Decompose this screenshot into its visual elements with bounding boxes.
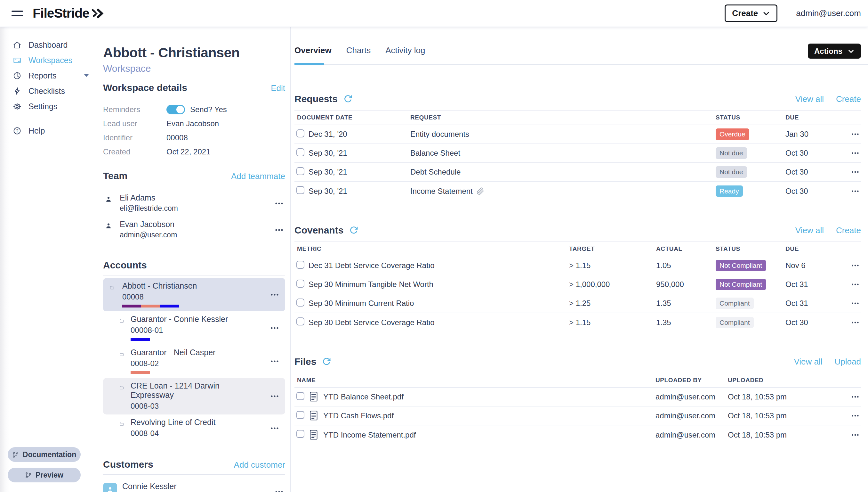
workspace-details-section: Workspace details Edit Reminders Send? Y… xyxy=(103,82,285,159)
sidebar-item-dashboard[interactable]: Dashboard xyxy=(0,37,96,52)
requests-section: Requests View all Create DOCUMENT DATE R… xyxy=(294,94,861,200)
files-section: Files View all Upload NAME UPLOADED BY U… xyxy=(294,356,861,444)
sidebar-item-reports[interactable]: Reports xyxy=(0,68,96,83)
tab-charts[interactable]: Charts xyxy=(346,46,371,55)
create-button[interactable]: Create xyxy=(725,4,778,22)
row-checkbox[interactable] xyxy=(296,430,305,438)
row-checkbox[interactable] xyxy=(296,317,305,325)
file-name[interactable]: YTD Income Statement.pdf xyxy=(323,430,656,440)
detail-label: Identifier xyxy=(103,133,166,142)
account-item[interactable]: CRE Loan - 1214 Darwin Expressway 0008-0… xyxy=(103,378,285,415)
refresh-icon[interactable] xyxy=(322,357,331,366)
covenant-row: Sep 30 Minimum Current Ratio > 1.25 1.35… xyxy=(294,294,861,313)
sidebar-item-settings[interactable]: Settings xyxy=(0,99,96,114)
account-item[interactable]: Abbott - Christiansen 00008 xyxy=(103,278,285,311)
row-checkbox[interactable] xyxy=(296,280,305,288)
section-heading: Customers xyxy=(103,459,153,470)
row-checkbox[interactable] xyxy=(296,392,305,400)
row-menu-button[interactable] xyxy=(848,302,861,304)
paperclip-icon[interactable] xyxy=(477,188,484,195)
request-row: Sep 30, '21 Balance Sheet Not due Oct 30 xyxy=(294,144,861,163)
row-checkbox[interactable] xyxy=(296,129,305,138)
refresh-icon[interactable] xyxy=(343,95,352,103)
document-date: Sep 30, '21 xyxy=(309,149,410,157)
reminders-toggle[interactable] xyxy=(166,105,185,114)
column-header: UPLOADED BY xyxy=(656,377,728,384)
row-menu-button[interactable] xyxy=(848,133,861,136)
row-menu-button[interactable] xyxy=(273,487,285,492)
view-all-link[interactable]: View all xyxy=(794,357,822,367)
row-menu-button[interactable] xyxy=(848,396,861,398)
main-content: Overview Charts Activity log Actions Req… xyxy=(291,27,868,492)
row-menu-button[interactable] xyxy=(268,391,281,401)
row-checkbox[interactable] xyxy=(296,298,305,306)
files-table: NAME UPLOADED BY UPLOADED YTD Balance Sh… xyxy=(294,373,861,444)
request-row: Sep 30, '21 Debt Schedule Not due Oct 30 xyxy=(294,163,861,181)
request-name[interactable]: Debt Schedule xyxy=(410,168,716,176)
view-all-link[interactable]: View all xyxy=(795,225,824,236)
add-customer-link[interactable]: Add customer xyxy=(234,460,285,470)
uploaded-by: admin@user.com xyxy=(656,392,728,401)
upload-link[interactable]: Upload xyxy=(835,357,861,367)
documentation-button[interactable]: Documentation xyxy=(8,447,81,462)
request-name[interactable]: Income Statement xyxy=(410,187,473,196)
pie-chart-icon xyxy=(13,71,22,80)
sidebar-item-help[interactable]: ? Help xyxy=(0,123,96,139)
row-checkbox[interactable] xyxy=(296,186,305,194)
refresh-icon[interactable] xyxy=(349,226,358,235)
account-item[interactable]: Guarantor - Connie Kessler 00008-01 xyxy=(103,311,285,345)
row-checkbox[interactable] xyxy=(296,167,305,175)
account-item[interactable]: Guarantor - Neil Casper 0008-02 xyxy=(103,345,285,378)
row-menu-button[interactable] xyxy=(848,283,861,286)
account-item[interactable]: Revolving Line of Credit 0008-04 xyxy=(103,415,285,442)
create-link[interactable]: Create xyxy=(836,94,861,104)
actions-button[interactable]: Actions xyxy=(808,44,861,58)
row-menu-button[interactable] xyxy=(273,198,285,208)
member-email: admin@user.com xyxy=(120,230,177,239)
preview-button[interactable]: Preview xyxy=(8,468,81,483)
sidebar-item-checklists[interactable]: Checklists xyxy=(0,83,96,99)
page-title: Abbott - Christiansen xyxy=(103,45,285,60)
accounts-section: Accounts Abbott - Christiansen 00008 xyxy=(103,260,285,442)
row-checkbox[interactable] xyxy=(296,411,305,419)
row-menu-button[interactable] xyxy=(268,423,281,433)
row-menu-button[interactable] xyxy=(848,415,861,417)
row-menu-button[interactable] xyxy=(848,152,861,154)
due-date: Oct 30 xyxy=(785,318,848,327)
sidebar-item-workspaces[interactable]: Workspaces xyxy=(0,52,96,68)
metric-name[interactable]: Sep 30 Debt Service Coverage Ratio xyxy=(309,318,569,327)
menu-icon[interactable] xyxy=(11,10,23,16)
create-link[interactable]: Create xyxy=(836,225,861,236)
file-name[interactable]: YTD Cash Flows.pdf xyxy=(323,411,656,420)
row-checkbox[interactable] xyxy=(296,148,305,156)
account-id: 0008-04 xyxy=(131,429,215,438)
metric-name[interactable]: Dec 31 Debt Service Coverage Ratio xyxy=(309,261,569,270)
add-teammate-link[interactable]: Add teammate xyxy=(231,171,285,181)
metric-name[interactable]: Sep 30 Minimum Current Ratio xyxy=(309,299,569,308)
file-name[interactable]: YTD Balance Sheet.pdf xyxy=(323,392,656,401)
request-name[interactable]: Balance Sheet xyxy=(410,149,716,157)
column-header: ACTUAL xyxy=(656,245,716,252)
row-menu-button[interactable] xyxy=(848,321,861,324)
request-name[interactable]: Entity documents xyxy=(410,130,716,139)
row-menu-button[interactable] xyxy=(848,434,861,436)
document-date: Dec 31, '20 xyxy=(309,130,410,139)
edit-link[interactable]: Edit xyxy=(271,83,285,93)
covenant-row: Sep 30 Debt Service Coverage Ratio > 1.1… xyxy=(294,313,861,332)
tab-overview[interactable]: Overview xyxy=(294,46,332,55)
row-menu-button[interactable] xyxy=(848,171,861,173)
row-menu-button[interactable] xyxy=(848,264,861,267)
row-menu-button[interactable] xyxy=(268,290,281,299)
row-menu-button[interactable] xyxy=(268,323,281,333)
row-menu-button[interactable] xyxy=(848,190,861,193)
user-email[interactable]: admin@user.com xyxy=(796,8,861,18)
row-checkbox[interactable] xyxy=(296,261,305,269)
row-menu-button[interactable] xyxy=(268,356,281,366)
tab-activity-log[interactable]: Activity log xyxy=(385,46,425,55)
view-all-link[interactable]: View all xyxy=(795,94,824,104)
chevron-down-icon[interactable] xyxy=(84,74,89,77)
app-logo[interactable]: FileStride xyxy=(33,6,104,21)
row-menu-button[interactable] xyxy=(273,225,285,235)
metric-name[interactable]: Sep 30 Minimum Tangible Net Worth xyxy=(309,280,569,289)
documentation-button-label: Documentation xyxy=(23,450,76,459)
